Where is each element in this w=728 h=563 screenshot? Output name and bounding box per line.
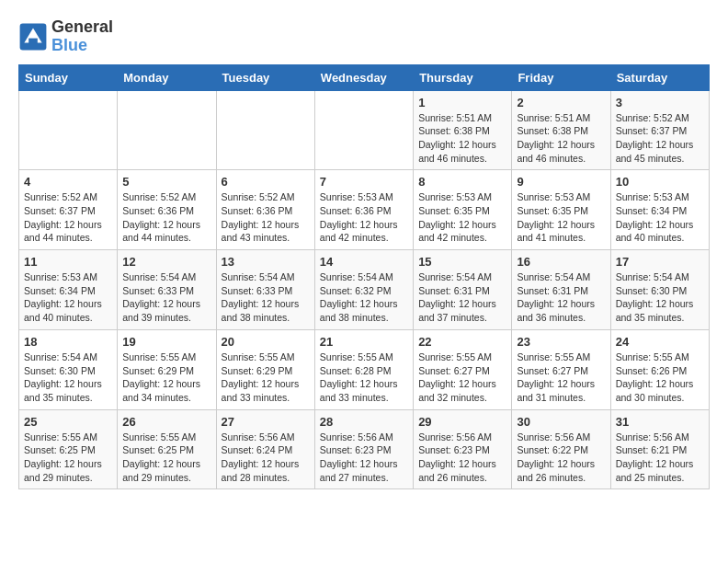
- calendar-cell: 13Sunrise: 5:54 AM Sunset: 6:33 PM Dayli…: [216, 250, 314, 330]
- calendar-cell: 12Sunrise: 5:54 AM Sunset: 6:33 PM Dayli…: [118, 250, 216, 330]
- calendar-cell: 3Sunrise: 5:52 AM Sunset: 6:37 PM Daylig…: [610, 90, 709, 170]
- day-number: 6: [222, 175, 310, 189]
- day-info: Sunrise: 5:53 AM Sunset: 6:36 PM Dayligh…: [320, 190, 408, 245]
- day-info: Sunrise: 5:52 AM Sunset: 6:37 PM Dayligh…: [616, 111, 704, 166]
- calendar-cell: 31Sunrise: 5:56 AM Sunset: 6:21 PM Dayli…: [610, 409, 709, 489]
- calendar-cell: [216, 90, 314, 170]
- calendar-cell: 2Sunrise: 5:51 AM Sunset: 6:38 PM Daylig…: [512, 90, 610, 170]
- calendar-cell: 8Sunrise: 5:53 AM Sunset: 6:35 PM Daylig…: [414, 170, 512, 250]
- calendar-table: SundayMondayTuesdayWednesdayThursdayFrid…: [18, 64, 710, 490]
- day-number: 29: [418, 415, 506, 429]
- day-number: 22: [418, 335, 506, 349]
- day-number: 24: [616, 335, 704, 349]
- logo: General Blue: [18, 18, 113, 55]
- day-number: 21: [320, 335, 408, 349]
- day-info: Sunrise: 5:54 AM Sunset: 6:32 PM Dayligh…: [320, 270, 408, 325]
- day-info: Sunrise: 5:53 AM Sunset: 6:35 PM Dayligh…: [517, 190, 605, 245]
- day-number: 12: [122, 255, 210, 269]
- calendar-cell: 1Sunrise: 5:51 AM Sunset: 6:38 PM Daylig…: [414, 90, 512, 170]
- page-header: General Blue: [18, 18, 710, 55]
- day-number: 16: [517, 255, 605, 269]
- week-row-2: 4Sunrise: 5:52 AM Sunset: 6:37 PM Daylig…: [19, 170, 710, 250]
- header-cell-sunday: Sunday: [19, 64, 118, 90]
- day-info: Sunrise: 5:56 AM Sunset: 6:23 PM Dayligh…: [418, 431, 506, 485]
- day-info: Sunrise: 5:56 AM Sunset: 6:24 PM Dayligh…: [222, 431, 310, 485]
- day-number: 26: [122, 415, 210, 429]
- day-number: 20: [222, 335, 310, 349]
- calendar-cell: [118, 90, 216, 170]
- logo-text: General Blue: [51, 18, 113, 55]
- calendar-cell: 28Sunrise: 5:56 AM Sunset: 6:23 PM Dayli…: [314, 409, 413, 489]
- day-info: Sunrise: 5:53 AM Sunset: 6:34 PM Dayligh…: [24, 270, 112, 325]
- day-info: Sunrise: 5:51 AM Sunset: 6:38 PM Dayligh…: [517, 111, 605, 166]
- calendar-cell: 11Sunrise: 5:53 AM Sunset: 6:34 PM Dayli…: [19, 250, 118, 330]
- day-info: Sunrise: 5:51 AM Sunset: 6:38 PM Dayligh…: [418, 111, 506, 166]
- calendar-cell: 26Sunrise: 5:55 AM Sunset: 6:25 PM Dayli…: [118, 409, 216, 489]
- day-info: Sunrise: 5:55 AM Sunset: 6:25 PM Dayligh…: [122, 431, 210, 485]
- header-cell-thursday: Thursday: [414, 64, 512, 90]
- calendar-cell: 25Sunrise: 5:55 AM Sunset: 6:25 PM Dayli…: [19, 409, 118, 489]
- calendar-cell: 17Sunrise: 5:54 AM Sunset: 6:30 PM Dayli…: [610, 250, 709, 330]
- day-info: Sunrise: 5:55 AM Sunset: 6:29 PM Dayligh…: [122, 350, 210, 405]
- day-number: 11: [24, 255, 112, 269]
- day-number: 10: [616, 175, 704, 189]
- calendar-cell: 19Sunrise: 5:55 AM Sunset: 6:29 PM Dayli…: [118, 329, 216, 409]
- day-info: Sunrise: 5:55 AM Sunset: 6:25 PM Dayligh…: [24, 431, 112, 485]
- day-number: 17: [616, 255, 704, 269]
- calendar-cell: 9Sunrise: 5:53 AM Sunset: 6:35 PM Daylig…: [512, 170, 610, 250]
- calendar-cell: 15Sunrise: 5:54 AM Sunset: 6:31 PM Dayli…: [414, 250, 512, 330]
- day-number: 23: [517, 335, 605, 349]
- calendar-cell: 22Sunrise: 5:55 AM Sunset: 6:27 PM Dayli…: [414, 329, 512, 409]
- calendar-cell: 18Sunrise: 5:54 AM Sunset: 6:30 PM Dayli…: [19, 329, 118, 409]
- week-row-3: 11Sunrise: 5:53 AM Sunset: 6:34 PM Dayli…: [19, 250, 710, 330]
- day-number: 3: [616, 96, 704, 109]
- calendar-cell: 27Sunrise: 5:56 AM Sunset: 6:24 PM Dayli…: [216, 409, 314, 489]
- day-number: 5: [122, 175, 210, 189]
- day-info: Sunrise: 5:54 AM Sunset: 6:33 PM Dayligh…: [122, 270, 210, 325]
- calendar-cell: 23Sunrise: 5:55 AM Sunset: 6:27 PM Dayli…: [512, 329, 610, 409]
- header-cell-saturday: Saturday: [610, 64, 709, 90]
- day-number: 15: [418, 255, 506, 269]
- day-info: Sunrise: 5:56 AM Sunset: 6:21 PM Dayligh…: [616, 431, 704, 485]
- day-number: 7: [320, 175, 408, 189]
- day-info: Sunrise: 5:52 AM Sunset: 6:37 PM Dayligh…: [24, 190, 112, 245]
- day-info: Sunrise: 5:53 AM Sunset: 6:34 PM Dayligh…: [616, 190, 704, 245]
- day-info: Sunrise: 5:53 AM Sunset: 6:35 PM Dayligh…: [418, 190, 506, 245]
- calendar-cell: 30Sunrise: 5:56 AM Sunset: 6:22 PM Dayli…: [512, 409, 610, 489]
- day-number: 18: [24, 335, 112, 349]
- day-number: 14: [320, 255, 408, 269]
- day-number: 31: [616, 415, 704, 429]
- calendar-cell: 21Sunrise: 5:55 AM Sunset: 6:28 PM Dayli…: [314, 329, 413, 409]
- day-info: Sunrise: 5:56 AM Sunset: 6:23 PM Dayligh…: [320, 431, 408, 485]
- calendar-cell: 20Sunrise: 5:55 AM Sunset: 6:29 PM Dayli…: [216, 329, 314, 409]
- calendar-cell: 24Sunrise: 5:55 AM Sunset: 6:26 PM Dayli…: [610, 329, 709, 409]
- day-info: Sunrise: 5:54 AM Sunset: 6:33 PM Dayligh…: [222, 270, 310, 325]
- day-number: 9: [517, 175, 605, 189]
- header-cell-wednesday: Wednesday: [314, 64, 413, 90]
- day-number: 13: [222, 255, 310, 269]
- day-number: 4: [24, 175, 112, 189]
- calendar-cell: [19, 90, 118, 170]
- calendar-header: SundayMondayTuesdayWednesdayThursdayFrid…: [19, 64, 710, 90]
- day-number: 2: [517, 96, 605, 109]
- logo-icon: [18, 22, 48, 52]
- header-row: SundayMondayTuesdayWednesdayThursdayFrid…: [19, 64, 710, 90]
- day-info: Sunrise: 5:52 AM Sunset: 6:36 PM Dayligh…: [122, 190, 210, 245]
- day-info: Sunrise: 5:55 AM Sunset: 6:29 PM Dayligh…: [222, 350, 310, 405]
- day-info: Sunrise: 5:56 AM Sunset: 6:22 PM Dayligh…: [517, 431, 605, 485]
- day-info: Sunrise: 5:54 AM Sunset: 6:31 PM Dayligh…: [418, 270, 506, 325]
- header-cell-tuesday: Tuesday: [216, 64, 314, 90]
- day-number: 1: [418, 96, 506, 109]
- day-info: Sunrise: 5:52 AM Sunset: 6:36 PM Dayligh…: [222, 190, 310, 245]
- day-number: 8: [418, 175, 506, 189]
- day-info: Sunrise: 5:55 AM Sunset: 6:28 PM Dayligh…: [320, 350, 408, 405]
- calendar-cell: 14Sunrise: 5:54 AM Sunset: 6:32 PM Dayli…: [314, 250, 413, 330]
- calendar-cell: 7Sunrise: 5:53 AM Sunset: 6:36 PM Daylig…: [314, 170, 413, 250]
- svg-rect-2: [28, 38, 38, 43]
- calendar-cell: 6Sunrise: 5:52 AM Sunset: 6:36 PM Daylig…: [216, 170, 314, 250]
- calendar-cell: 4Sunrise: 5:52 AM Sunset: 6:37 PM Daylig…: [19, 170, 118, 250]
- calendar-cell: [314, 90, 413, 170]
- day-info: Sunrise: 5:54 AM Sunset: 6:30 PM Dayligh…: [616, 270, 704, 325]
- calendar-cell: 29Sunrise: 5:56 AM Sunset: 6:23 PM Dayli…: [414, 409, 512, 489]
- day-number: 28: [320, 415, 408, 429]
